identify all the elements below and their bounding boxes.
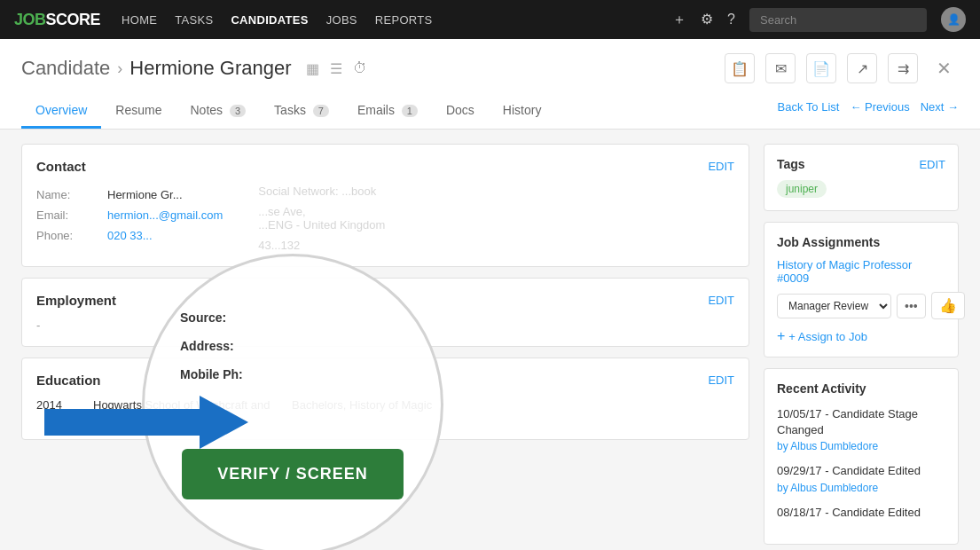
tab-overview[interactable]: Overview: [21, 94, 101, 129]
more-options-button[interactable]: •••: [897, 294, 926, 318]
breadcrumb-current: Hermione Granger: [129, 57, 291, 80]
forward-action-btn[interactable]: ⇉: [888, 53, 918, 83]
tab-emails[interactable]: Emails 1: [343, 94, 432, 129]
add-icon[interactable]: ＋: [672, 12, 686, 27]
employment-edit-link[interactable]: EDIT: [708, 294, 734, 307]
nav-home[interactable]: HOME: [122, 13, 157, 27]
app-logo: JOBSCORE: [14, 11, 100, 29]
assign-to-job-link[interactable]: + + Assign to Job: [777, 328, 945, 344]
assign-job-label: + Assign to Job: [788, 330, 867, 343]
job-link[interactable]: History of Magic Professor #0009: [777, 258, 945, 285]
email-action-btn[interactable]: ✉: [765, 53, 796, 83]
overlay-address-row: Address:: [180, 339, 405, 353]
header-actions: 📋 ✉ 📄 ↗ ⇉ ✕: [725, 53, 959, 83]
notes-badge: 3: [230, 105, 246, 117]
nav-candidates[interactable]: CANDIDATES: [231, 13, 308, 27]
help-icon[interactable]: ?: [727, 12, 735, 27]
tab-tasks[interactable]: Tasks 7: [260, 94, 343, 129]
nav-reports[interactable]: REPORTS: [375, 13, 433, 27]
phone-label: Phone:: [36, 229, 107, 242]
verify-screen-button[interactable]: VERIFY / SCREEN: [182, 449, 404, 499]
logo-score: SCORE: [46, 11, 101, 28]
breadcrumb-row: Candidate › Hermione Granger ▦ ☰ ⏱ 📋 ✉ 📄…: [21, 53, 959, 83]
contact-section-header: Contact EDIT: [36, 159, 734, 174]
education-edit-link[interactable]: EDIT: [708, 373, 734, 387]
copy-action-btn[interactable]: 📄: [806, 53, 836, 83]
phone-value[interactable]: 020 33...: [107, 229, 153, 242]
search-input[interactable]: [749, 8, 927, 32]
contact-phone-row: Phone: 020 33...: [36, 225, 223, 246]
tab-history[interactable]: History: [489, 94, 556, 129]
tags-title: Tags: [777, 157, 805, 171]
thumbs-up-button[interactable]: 👍: [931, 292, 965, 319]
recent-activity-title: Recent Activity: [777, 381, 945, 396]
nav-tasks[interactable]: TASKS: [175, 13, 213, 27]
verify-screen-overlay: Source: Address: Mobile Ph: VERIFY / SCR…: [142, 254, 443, 550]
name-label: Name:: [36, 188, 107, 201]
overlay-address-label: Address:: [180, 339, 269, 353]
activity-item-0: 10/05/17 - Candidate Stage Changed by Al…: [777, 406, 945, 452]
stage-select[interactable]: Manager Review: [777, 294, 891, 318]
share-action-btn[interactable]: ↗: [847, 53, 877, 83]
breadcrumb-icons: ▦ ☰ ⏱: [306, 60, 367, 77]
contact-edit-link[interactable]: EDIT: [708, 160, 734, 173]
contact-name-row: Name: Hermione Gr...: [36, 185, 223, 205]
close-action-btn[interactable]: ✕: [929, 53, 959, 83]
employment-title: Employment: [36, 293, 116, 308]
logo-job: JOB: [14, 11, 46, 28]
grid-view-icon[interactable]: ▦: [306, 60, 319, 77]
nav-jobs[interactable]: JOBS: [326, 13, 357, 27]
tabs: Overview Resume Notes 3 Tasks 7 Emails 1…: [21, 94, 555, 129]
avatar: 👤: [941, 7, 966, 32]
tags-section: Tags EDIT juniper: [764, 144, 959, 211]
nav-links: HOME TASKS CANDIDATES JOBS REPORTS: [122, 13, 433, 27]
contact-title: Contact: [36, 159, 86, 174]
job-assignment-controls: Manager Review ••• 👍: [777, 292, 945, 319]
contact-right-fields: Social Network: ...book ...se Ave,...ENG…: [258, 185, 385, 252]
activity-event-2: 08/18/17 - Candidate Edited: [777, 505, 945, 521]
name-value: Hermione Gr...: [107, 188, 183, 201]
tag-item[interactable]: juniper: [777, 180, 827, 198]
contact-section: Contact EDIT Name: Hermione Gr... Email:…: [21, 144, 749, 267]
nav-icons: ＋ ⚙ ? 👤: [672, 7, 966, 32]
email-label: Email:: [36, 208, 107, 222]
breadcrumb-parent[interactable]: Candidate: [21, 57, 110, 80]
note-action-btn[interactable]: 📋: [725, 53, 755, 83]
education-year: 2014: [36, 398, 72, 425]
tab-notes[interactable]: Notes 3: [176, 94, 261, 129]
email-value[interactable]: hermion...@gmail.com: [107, 208, 223, 222]
plus-icon: +: [777, 328, 785, 344]
tasks-badge: 7: [313, 105, 329, 117]
activity-author-0[interactable]: by Albus Dumbledore: [777, 440, 945, 452]
history-view-icon[interactable]: ⏱: [353, 60, 367, 77]
emails-badge: 1: [402, 105, 418, 117]
tabs-row: Overview Resume Notes 3 Tasks 7 Emails 1…: [21, 94, 959, 129]
activity-author-1[interactable]: by Albus Dumbledore: [777, 482, 945, 494]
tab-resume[interactable]: Resume: [101, 94, 176, 129]
overlay-mobile-label: Mobile Ph:: [180, 367, 269, 381]
content-wrapper: Contact EDIT Name: Hermione Gr... Email:…: [0, 130, 980, 550]
next-button[interactable]: Next →: [921, 100, 959, 114]
overlay-source-row: Source:: [180, 310, 405, 325]
tab-docs[interactable]: Docs: [432, 94, 489, 129]
tags-header: Tags EDIT: [777, 157, 945, 171]
gear-icon[interactable]: ⚙: [701, 12, 713, 27]
activity-item-2: 08/18/17 - Candidate Edited: [777, 505, 945, 521]
activity-item-1: 09/29/17 - Candidate Edited by Albus Dum…: [777, 463, 945, 493]
previous-button[interactable]: ← Previous: [850, 100, 909, 114]
overlay-info: Source: Address: Mobile Ph:: [145, 310, 441, 396]
list-view-icon[interactable]: ☰: [330, 60, 342, 77]
contact-email-row: Email: hermion...@gmail.com: [36, 205, 223, 225]
activity-event-1: 09/29/17 - Candidate Edited: [777, 463, 945, 479]
education-title: Education: [36, 373, 101, 388]
tags-edit-link[interactable]: EDIT: [919, 158, 945, 171]
back-to-list-button[interactable]: Back To List: [778, 100, 840, 114]
breadcrumb-separator: ›: [117, 59, 122, 78]
top-navigation: JOBSCORE HOME TASKS CANDIDATES JOBS REPO…: [0, 0, 980, 39]
tab-navigation: Back To List ← Previous Next →: [778, 100, 959, 122]
overlay-source-label: Source:: [180, 310, 269, 325]
job-assignments-section: Job Assignments History of Magic Profess…: [764, 222, 959, 358]
right-panel: Tags EDIT juniper Job Assignments Histor…: [764, 144, 959, 545]
recent-activity-section: Recent Activity 10/05/17 - Candidate Sta…: [764, 368, 959, 545]
contact-fields: Name: Hermione Gr... Email: hermion...@g…: [36, 185, 734, 252]
